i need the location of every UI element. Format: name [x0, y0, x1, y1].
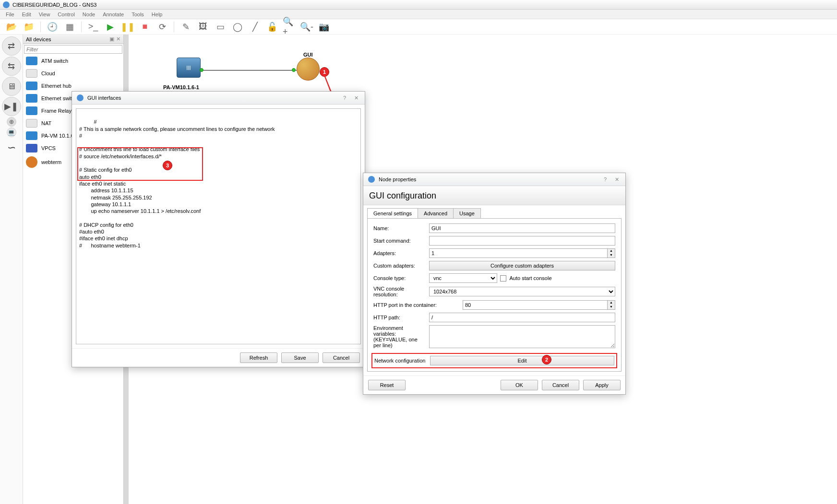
adapters-input[interactable]: [429, 248, 608, 258]
open-project-icon[interactable]: 📂: [5, 20, 18, 34]
menu-tools[interactable]: Tools: [128, 12, 148, 17]
device-label: webterm: [41, 159, 61, 165]
configure-adapters-button[interactable]: Configure custom adapters: [429, 261, 615, 270]
tab-general[interactable]: General settings: [367, 208, 418, 218]
menu-node[interactable]: Node: [79, 12, 99, 17]
device-filter-input[interactable]: [24, 45, 122, 54]
routers-icon[interactable]: ⇄: [2, 36, 21, 56]
reload-icon[interactable]: ⟳: [155, 20, 169, 34]
tab-body: Name: Start command: Adapters: ▲▼ Custom…: [367, 218, 622, 372]
dialog-titlebar[interactable]: GUI interfaces ? ✕: [72, 92, 365, 105]
name-input[interactable]: [429, 223, 615, 233]
workspace: ⇄ ⇆ 🖥 ▶❚ ⊕ 💻 ∽ All devices ▣ ✕ ATM switc…: [0, 35, 837, 504]
stop-icon[interactable]: ■: [138, 20, 152, 34]
device-label: ATM switch: [41, 58, 68, 64]
startcmd-input[interactable]: [429, 236, 615, 246]
apply-button[interactable]: Apply: [583, 380, 621, 390]
security-icon[interactable]: ▶❚: [2, 97, 21, 116]
httppath-input[interactable]: [429, 313, 615, 322]
end-devices-icon[interactable]: 🖥: [2, 77, 21, 96]
device-label: VPCS: [41, 145, 56, 151]
close-icon[interactable]: ✕: [352, 95, 360, 101]
pause-icon[interactable]: ❚❚: [121, 20, 134, 34]
ok-button[interactable]: OK: [501, 380, 538, 390]
tab-usage[interactable]: Usage: [453, 208, 481, 218]
spin-down-icon[interactable]: ▼: [608, 253, 615, 258]
clock-icon[interactable]: 🕘: [46, 20, 59, 34]
console-type-select[interactable]: vnc: [429, 273, 497, 283]
menu-view[interactable]: View: [35, 12, 54, 17]
annotation-3: 3: [163, 161, 172, 170]
screenshot-icon[interactable]: 📷: [317, 20, 331, 34]
tab-advanced[interactable]: Advanced: [418, 208, 454, 218]
interfaces-dialog: GUI interfaces ? ✕ # # This is a sample …: [72, 91, 365, 367]
close-icon[interactable]: ✕: [613, 176, 621, 183]
adapters-label: Adapters:: [373, 250, 426, 256]
list-item[interactable]: Cloud: [23, 67, 123, 80]
menu-control[interactable]: Control: [54, 12, 78, 17]
list-item[interactable]: Ethernet hub: [23, 80, 123, 92]
console-icon[interactable]: >_: [86, 20, 100, 34]
grid-icon[interactable]: ▦: [63, 20, 76, 34]
list-item[interactable]: ATM switch: [23, 55, 123, 67]
pavm-node[interactable]: ||||: [177, 58, 201, 78]
close-panel-icon[interactable]: ✕: [116, 36, 120, 42]
spin-up-icon[interactable]: ▲: [608, 301, 615, 305]
adapters-spinner[interactable]: ▲▼: [429, 248, 615, 258]
httpport-spinner[interactable]: ▲▼: [463, 300, 615, 310]
startcmd-label: Start command:: [373, 238, 426, 244]
cancel-button[interactable]: Cancel: [323, 352, 360, 363]
help-icon[interactable]: ?: [341, 95, 348, 101]
save-button[interactable]: Save: [281, 352, 319, 363]
interfaces-content: # # This is a sample network config, ple…: [79, 119, 275, 248]
env-textarea[interactable]: [429, 325, 615, 348]
config-header: GUI configuration: [363, 186, 625, 205]
note-icon[interactable]: ✎: [179, 20, 192, 34]
name-label: Name:: [373, 225, 426, 231]
reset-button[interactable]: Reset: [368, 380, 406, 390]
dialog-title: Node properties: [379, 176, 416, 182]
firewall-icon: ||||: [177, 58, 201, 78]
lock-icon[interactable]: 🔓: [265, 20, 279, 34]
play-icon[interactable]: ▶: [104, 20, 117, 34]
zoom-out-icon[interactable]: 🔍-: [300, 20, 313, 34]
zoom-in-icon[interactable]: 🔍+: [283, 20, 296, 34]
switches-icon[interactable]: ⇆: [2, 57, 21, 76]
line-icon[interactable]: ╱: [248, 20, 262, 34]
all-devices-icon[interactable]: ⊕: [7, 117, 16, 127]
topology-canvas[interactable]: GUI |||| PA-VM10.1.6-1 1 GUI interfaces …: [124, 35, 837, 504]
add-link-icon[interactable]: 💻: [7, 128, 16, 137]
refresh-button[interactable]: Refresh: [240, 352, 277, 363]
device-label: NAT: [41, 120, 51, 126]
edit-netconf-button[interactable]: Edit 2: [430, 356, 614, 365]
autostart-checkbox[interactable]: [500, 275, 506, 281]
help-icon[interactable]: ?: [601, 176, 609, 182]
cancel-button[interactable]: Cancel: [542, 380, 579, 390]
menu-file[interactable]: File: [2, 12, 18, 17]
menu-annotate[interactable]: Annotate: [99, 12, 128, 17]
tabs: General settings Advanced Usage: [367, 208, 622, 218]
device-panel-header: All devices ▣ ✕: [23, 35, 123, 44]
dock-icon[interactable]: ▣: [109, 36, 114, 42]
left-node-toolbar: ⇄ ⇆ 🖥 ▶❚ ⊕ 💻 ∽: [0, 35, 23, 504]
gui-node-label: GUI: [303, 52, 313, 58]
interfaces-textarea[interactable]: # # This is a sample network config, ple…: [76, 108, 361, 344]
menu-edit[interactable]: Edit: [18, 12, 35, 17]
dialog-titlebar[interactable]: Node properties ? ✕: [363, 173, 625, 186]
image-icon[interactable]: 🖼: [196, 20, 210, 34]
env-label: Environment variables:(KEY=VALUE, one pe…: [373, 325, 426, 348]
netconf-label: Network configuration: [374, 358, 427, 363]
ellipse-icon[interactable]: ◯: [231, 20, 244, 34]
link-line[interactable]: [202, 70, 297, 70]
rect-icon[interactable]: ▭: [214, 20, 227, 34]
separator: [81, 22, 82, 32]
device-label: Cloud: [41, 70, 55, 76]
open-folder-icon[interactable]: 📁: [22, 20, 36, 34]
spin-up-icon[interactable]: ▲: [608, 249, 615, 253]
menu-help[interactable]: Help: [148, 12, 167, 17]
cable-icon[interactable]: ∽: [2, 138, 21, 157]
vncres-select[interactable]: 1024x768: [429, 287, 615, 296]
spin-down-icon[interactable]: ▼: [608, 305, 615, 309]
gui-node[interactable]: [297, 58, 320, 81]
httpport-input[interactable]: [463, 300, 608, 310]
